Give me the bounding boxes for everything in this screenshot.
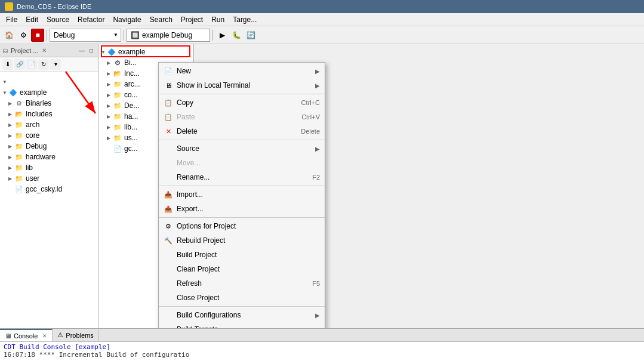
tree-label-core: core bbox=[26, 131, 39, 140]
right-bi-icon: ⚙ bbox=[113, 58, 122, 67]
bottom-tabs: 🖥 Console ✕ ⚠ Problems bbox=[0, 329, 644, 342]
panel-maximize-btn[interactable]: □ bbox=[87, 47, 95, 55]
new-btn[interactable]: 📄 bbox=[26, 59, 37, 70]
tree-item-root-collapse[interactable]: ▼ bbox=[0, 76, 98, 87]
ctx-label-close: Close Project bbox=[177, 294, 219, 302]
toolbar-gear-btn[interactable]: ⚙ bbox=[17, 29, 30, 42]
tree-item-debug[interactable]: ▶ 📁 Debug bbox=[0, 141, 98, 152]
menu-navigate[interactable]: Navigate bbox=[109, 14, 144, 25]
tree-toggle-user: ▶ bbox=[8, 176, 14, 181]
ctx-item-build-configs[interactable]: Build Configurations ▶ bbox=[159, 308, 325, 322]
ctx-item-rename[interactable]: Rename... F2 bbox=[159, 170, 325, 184]
ctx-item-clean[interactable]: Clean Project bbox=[159, 262, 325, 276]
ctx-item-delete[interactable]: ✕ Delete Delete bbox=[159, 124, 325, 138]
tree-item-gcc[interactable]: 📄 gcc_csky.ld bbox=[0, 184, 98, 195]
sync-btn[interactable]: ↻ bbox=[38, 59, 49, 70]
ctx-item-options[interactable]: ⚙ Options for Project bbox=[159, 219, 325, 233]
tree-item-binaries[interactable]: ▶ ⚙ Binaries bbox=[0, 98, 98, 109]
tree-toggle-arch: ▶ bbox=[8, 122, 14, 128]
ctx-item-move[interactable]: Move... bbox=[159, 156, 325, 170]
right-arc-icon: 📁 bbox=[113, 79, 122, 89]
ctx-item-copy[interactable]: 📋 Copy Ctrl+C bbox=[159, 95, 325, 110]
menu-target[interactable]: Targe... bbox=[229, 14, 260, 25]
ctx-item-build-targets[interactable]: Build Targets ▶ bbox=[159, 322, 325, 328]
panel-actions: — □ bbox=[78, 47, 95, 55]
toolbar-run-btn[interactable]: ▶ bbox=[215, 29, 229, 42]
menu-search[interactable]: Search bbox=[146, 14, 176, 25]
right-tree-label-ha: ha... bbox=[124, 112, 138, 121]
dropdown-arrow-icon: ▼ bbox=[113, 32, 118, 38]
menu-file[interactable]: File bbox=[2, 14, 21, 25]
delete-shortcut: Delete bbox=[301, 128, 320, 135]
ctx-item-source[interactable]: Source ▶ bbox=[159, 141, 325, 156]
context-menu: 📄 New ▶ 🖥 Show in Local Terminal ▶ bbox=[158, 62, 325, 328]
menu-edit[interactable]: Edit bbox=[22, 14, 42, 25]
ctx-item-build[interactable]: Build Project bbox=[159, 248, 325, 262]
copy-shortcut: Ctrl+C bbox=[301, 99, 320, 106]
view-menu-btn[interactable]: ▾ bbox=[50, 59, 61, 70]
right-co-icon: 📁 bbox=[113, 90, 122, 100]
project-tree: ▼ ▼ 🔷 example ▶ ⚙ Binaries ▶ 📂 bbox=[0, 74, 98, 328]
ctx-item-terminal[interactable]: 🖥 Show in Local Terminal ▶ bbox=[159, 78, 325, 92]
ctx-sep4 bbox=[159, 217, 325, 218]
tree-item-includes[interactable]: ▶ 📂 Includes bbox=[0, 109, 98, 119]
menu-source[interactable]: Source bbox=[43, 14, 73, 25]
ctx-item-paste[interactable]: 📋 Paste Ctrl+V bbox=[159, 110, 325, 124]
tree-item-core[interactable]: ▶ 📁 core bbox=[0, 130, 98, 141]
toolbar-sep2 bbox=[124, 30, 124, 41]
tree-toggle-root: ▼ bbox=[2, 79, 8, 85]
ctx-label-paste: Paste bbox=[177, 113, 195, 121]
link-with-editor-btn[interactable]: 🔗 bbox=[14, 59, 25, 70]
menu-project[interactable]: Project bbox=[177, 14, 207, 25]
toolbar-refresh-btn[interactable]: 🔄 bbox=[244, 29, 257, 42]
toolbar-debug-btn[interactable]: 🐛 bbox=[230, 29, 243, 42]
tree-item-user[interactable]: ▶ 📁 user bbox=[0, 173, 98, 184]
right-lib-icon: 📁 bbox=[113, 122, 122, 132]
refresh-icon bbox=[164, 279, 173, 288]
tree-toggle-includes: ▶ bbox=[8, 112, 14, 117]
ctx-item-new[interactable]: 📄 New ▶ bbox=[159, 64, 325, 78]
tree-item-example[interactable]: ▼ 🔷 example bbox=[0, 87, 98, 98]
menu-refactor[interactable]: Refactor bbox=[74, 14, 108, 25]
ctx-sep2 bbox=[159, 140, 325, 140]
panel-title-text: Project ... bbox=[11, 47, 38, 54]
ctx-label-terminal: Show in Local Terminal bbox=[177, 81, 250, 90]
menu-run[interactable]: Run bbox=[208, 14, 228, 25]
ctx-item-import[interactable]: 📥 Import... bbox=[159, 187, 325, 202]
problems-tab[interactable]: ⚠ Problems bbox=[53, 329, 98, 341]
tree-toggle-example: ▼ bbox=[2, 90, 8, 95]
console-tab[interactable]: 🖥 Console ✕ bbox=[0, 329, 53, 341]
panel-minimize-btn[interactable]: — bbox=[78, 47, 86, 55]
clean-icon bbox=[164, 264, 173, 274]
build-targets-arrow-icon: ▶ bbox=[315, 326, 320, 329]
ctx-label-options: Options for Project bbox=[177, 222, 236, 230]
ctx-item-refresh[interactable]: Refresh F5 bbox=[159, 276, 325, 291]
debug-folder-icon: 📁 bbox=[14, 141, 24, 151]
debug-config-dropdown[interactable]: Debug ▼ bbox=[50, 29, 121, 42]
ctx-item-rebuild[interactable]: 🔨 Rebuild Project bbox=[159, 233, 325, 248]
tree-item-arch[interactable]: ▶ 📁 arch bbox=[0, 119, 98, 130]
collapse-all-btn[interactable]: ⬇ bbox=[2, 59, 13, 70]
tree-item-hardware[interactable]: ▶ 📁 hardware bbox=[0, 152, 98, 162]
ctx-label-build-targets: Build Targets bbox=[177, 325, 218, 328]
ctx-item-export[interactable]: 📤 Export... bbox=[159, 202, 325, 216]
tree-label-lib: lib bbox=[26, 164, 33, 172]
right-tree-label-co: co... bbox=[124, 91, 138, 99]
right-tree-example[interactable]: ▼ 🔷 example bbox=[98, 47, 193, 57]
toolbar-stop-btn[interactable]: ■ bbox=[31, 29, 44, 42]
tree-label-hardware: hardware bbox=[26, 153, 56, 161]
project-explorer-panel: 🗂 Project ... ✕ — □ ⬇ 🔗 📄 ↻ ▾ bbox=[0, 44, 98, 328]
bottom-panel: 🖥 Console ✕ ⚠ Problems CDT Build Console… bbox=[0, 328, 644, 364]
right-inc-icon: 📂 bbox=[113, 69, 122, 78]
title-bar: Demo_CDS - Eclipse IDE bbox=[0, 0, 644, 13]
right-tree-label-arc: arc... bbox=[124, 80, 140, 88]
toolbar-home-btn[interactable]: 🏠 bbox=[2, 29, 16, 42]
console-tab-x[interactable]: ✕ bbox=[42, 333, 47, 339]
ctx-label-export: Export... bbox=[177, 205, 204, 213]
console-output-line: 16:07:18 **** Incremental Build of confi… bbox=[4, 351, 640, 359]
tree-item-lib[interactable]: ▶ 📁 lib bbox=[0, 162, 98, 173]
toolbar: 🏠 ⚙ ■ Debug ▼ 🔲 example Debug ▶ 🐛 🔄 bbox=[0, 26, 644, 44]
ctx-item-close[interactable]: Close Project bbox=[159, 291, 325, 305]
new-icon: 📄 bbox=[164, 66, 173, 76]
export-icon: 📤 bbox=[164, 204, 173, 214]
